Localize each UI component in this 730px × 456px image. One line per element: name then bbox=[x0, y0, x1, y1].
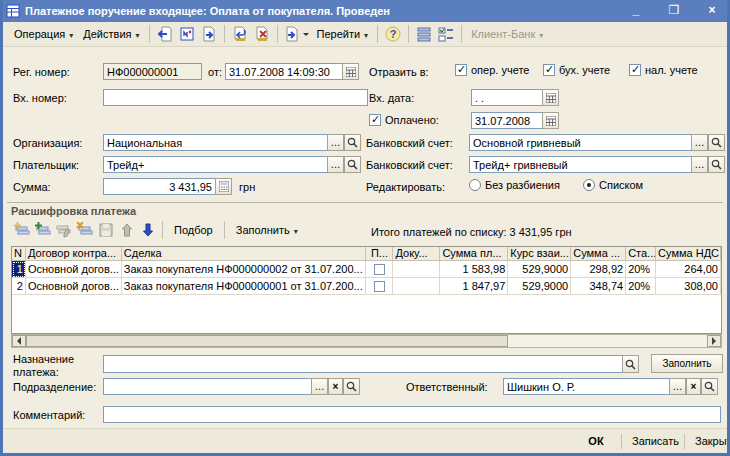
deal-cell[interactable]: Заказ покупателя НФ000000001 от 31.07.20… bbox=[122, 278, 367, 295]
column-header[interactable]: П... bbox=[366, 247, 393, 261]
calculator-icon[interactable] bbox=[215, 178, 232, 195]
edit-row-icon[interactable] bbox=[53, 220, 74, 241]
payer-input[interactable] bbox=[103, 156, 328, 173]
subordination-icon[interactable] bbox=[413, 23, 435, 45]
help-icon[interactable]: ? bbox=[382, 23, 404, 45]
magnifier-icon[interactable] bbox=[708, 156, 725, 173]
document-cell[interactable] bbox=[393, 261, 440, 278]
organization-input[interactable] bbox=[103, 134, 328, 151]
magnifier-icon[interactable] bbox=[344, 156, 361, 173]
write-values-icon[interactable] bbox=[176, 23, 198, 45]
reflect-oper-checkbox[interactable]: опер. учете bbox=[455, 64, 529, 76]
reflect-buh-checkbox[interactable]: бух. учете bbox=[543, 64, 610, 76]
column-header[interactable]: Договор контра... bbox=[26, 247, 122, 261]
goto-menu[interactable]: Перейти bbox=[312, 26, 374, 42]
client-bank-menu[interactable]: Клиент-Банк bbox=[466, 26, 548, 42]
vat-sum-cell[interactable]: 264,00 bbox=[656, 261, 721, 278]
table-row[interactable]: 2 Основной догов... Заказ покупателя НФ0… bbox=[12, 278, 721, 295]
payments-table[interactable]: N Договор контра... Сделка П... Доку... … bbox=[11, 246, 722, 334]
column-header[interactable]: Сделка bbox=[122, 247, 367, 261]
save-row-icon[interactable] bbox=[95, 220, 116, 241]
vat-rate-cell[interactable]: 20% bbox=[626, 278, 656, 295]
select-ellipsis-icon[interactable]: … bbox=[691, 134, 708, 151]
magnifier-icon[interactable] bbox=[343, 378, 360, 395]
deal-cell[interactable]: Заказ покупателя НФ000000002 от 31.07.20… bbox=[122, 261, 367, 278]
operation-menu[interactable]: Операция bbox=[9, 26, 78, 42]
clear-icon[interactable]: × bbox=[686, 378, 701, 395]
calendar-icon[interactable] bbox=[542, 112, 559, 129]
sum-cell[interactable]: 298,92 bbox=[571, 261, 626, 278]
scroll-left-icon[interactable] bbox=[12, 335, 26, 347]
scroll-right-icon[interactable] bbox=[707, 335, 721, 347]
settings-checklist-icon[interactable] bbox=[435, 23, 457, 45]
column-header[interactable]: Курс взаи... bbox=[508, 247, 571, 261]
vat-sum-cell[interactable]: 308,00 bbox=[656, 278, 721, 295]
department-input[interactable] bbox=[103, 378, 312, 395]
column-header[interactable]: Сумма пл... bbox=[440, 247, 508, 261]
pay-flag-cell[interactable] bbox=[366, 261, 393, 278]
rate-cell[interactable]: 529,9000 bbox=[508, 261, 571, 278]
comment-input[interactable] bbox=[103, 406, 721, 423]
column-header[interactable]: N bbox=[12, 247, 26, 261]
close-button[interactable]: Закрыть bbox=[687, 432, 730, 451]
reg-date-input[interactable] bbox=[225, 63, 343, 80]
amount-input[interactable] bbox=[103, 178, 216, 195]
column-header[interactable]: Сумма НДС bbox=[656, 247, 721, 261]
calendar-icon[interactable] bbox=[342, 63, 359, 80]
close-icon[interactable]: × bbox=[704, 3, 720, 19]
reread-icon[interactable] bbox=[154, 23, 176, 45]
column-header[interactable]: Ста... bbox=[626, 247, 656, 261]
payer-bank-account-input[interactable] bbox=[469, 156, 692, 173]
pay-flag-cell[interactable] bbox=[366, 278, 393, 295]
create-based-on-icon[interactable] bbox=[282, 23, 312, 45]
magnifier-icon[interactable] bbox=[622, 355, 639, 373]
rate-cell[interactable]: 529,9000 bbox=[508, 278, 571, 295]
edit-mode-whole-radio[interactable]: Без разбиения bbox=[469, 179, 560, 191]
row-number-cell[interactable]: 1 bbox=[12, 261, 26, 278]
minimize-icon[interactable]: _ bbox=[628, 3, 644, 19]
purpose-input[interactable] bbox=[103, 355, 623, 373]
fill-menu-button[interactable]: Заполнить bbox=[229, 221, 305, 239]
add-row-icon[interactable] bbox=[11, 220, 32, 241]
sum-payment-cell[interactable]: 1 583,98 bbox=[440, 261, 508, 278]
edit-mode-list-radio[interactable]: Списком bbox=[583, 179, 643, 191]
responsible-input[interactable] bbox=[503, 378, 670, 395]
select-ellipsis-icon[interactable]: … bbox=[311, 378, 328, 395]
copy-row-icon[interactable] bbox=[32, 220, 53, 241]
select-ellipsis-icon[interactable]: … bbox=[327, 156, 344, 173]
scrollbar-thumb[interactable] bbox=[26, 335, 508, 347]
paid-date-input[interactable] bbox=[471, 112, 543, 129]
reg-number-input[interactable] bbox=[103, 63, 202, 80]
vat-rate-cell[interactable]: 20% bbox=[626, 261, 656, 278]
in-number-input[interactable] bbox=[103, 89, 368, 106]
maximize-icon[interactable]: ❐ bbox=[666, 3, 682, 19]
contract-cell[interactable]: Основной догов... bbox=[26, 261, 122, 278]
table-horizontal-scrollbar[interactable] bbox=[11, 334, 722, 348]
select-ellipsis-icon[interactable]: … bbox=[669, 378, 686, 395]
document-cell[interactable] bbox=[393, 278, 440, 295]
clear-icon[interactable]: × bbox=[328, 378, 343, 395]
reflect-nal-checkbox[interactable]: нал. учете bbox=[629, 64, 698, 76]
move-up-icon[interactable] bbox=[116, 220, 137, 241]
row-number-cell[interactable]: 2 bbox=[12, 278, 26, 295]
magnifier-icon[interactable] bbox=[344, 134, 361, 151]
write-button[interactable]: Записать bbox=[624, 432, 682, 451]
in-date-input[interactable] bbox=[471, 89, 543, 106]
magnifier-icon[interactable] bbox=[701, 378, 718, 395]
move-down-icon[interactable] bbox=[137, 220, 158, 241]
paid-checkbox[interactable]: Оплачено: bbox=[369, 114, 439, 126]
table-row[interactable]: 1 Основной догов... Заказ покупателя НФ0… bbox=[12, 261, 721, 278]
magnifier-icon[interactable] bbox=[708, 134, 725, 151]
sum-payment-cell[interactable]: 1 847,97 bbox=[440, 278, 508, 295]
sum-cell[interactable]: 348,74 bbox=[571, 278, 626, 295]
delete-row-icon[interactable] bbox=[74, 220, 95, 241]
select-ellipsis-icon[interactable]: … bbox=[327, 134, 344, 151]
pick-button[interactable]: Подбор bbox=[167, 221, 220, 239]
post-icon[interactable] bbox=[198, 23, 220, 45]
purpose-fill-button[interactable]: Заполнить bbox=[651, 354, 723, 373]
unpost-icon[interactable] bbox=[251, 23, 273, 45]
contract-cell[interactable]: Основной догов... bbox=[26, 278, 122, 295]
org-bank-account-input[interactable] bbox=[469, 134, 692, 151]
column-header[interactable]: Доку... bbox=[393, 247, 440, 261]
select-ellipsis-icon[interactable]: … bbox=[691, 156, 708, 173]
